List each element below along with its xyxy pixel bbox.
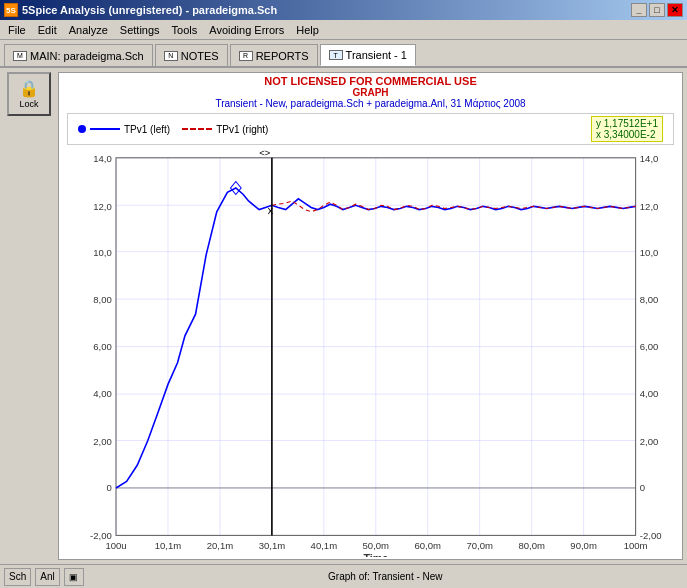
- tab-main-label: MAIN: paradeigma.Sch: [30, 50, 144, 62]
- tab-transient[interactable]: T Transient - 1: [320, 44, 416, 66]
- lock-button[interactable]: 🔒 Lock: [7, 72, 51, 116]
- readout-y: y 1,17512E+1: [596, 118, 658, 129]
- title-bar-buttons: _ □ ✕: [631, 3, 683, 17]
- minimize-button[interactable]: _: [631, 3, 647, 17]
- chart-title: GRAPH: [59, 87, 682, 98]
- svg-text:50,0m: 50,0m: [363, 540, 389, 551]
- menu-help[interactable]: Help: [290, 22, 325, 38]
- close-button[interactable]: ✕: [667, 3, 683, 17]
- legend: TPv1 (left) TPv1 (right) y 1,17512E+1 x …: [67, 113, 674, 145]
- svg-text:2,00: 2,00: [93, 436, 112, 447]
- svg-text:12,0: 12,0: [93, 201, 112, 212]
- svg-text:14,0: 14,0: [640, 153, 659, 164]
- svg-text:80,0m: 80,0m: [518, 540, 544, 551]
- legend-dot-left: [78, 125, 86, 133]
- legend-item-right: TPv1 (right): [182, 124, 268, 135]
- tab-reports-icon: R: [239, 51, 253, 61]
- svg-text:60,0m: 60,0m: [415, 540, 441, 551]
- menu-bar: File Edit Analyze Settings Tools Avoidin…: [0, 20, 687, 40]
- legend-label-left: TPv1 (left): [124, 124, 170, 135]
- tab-main-icon: M: [13, 51, 27, 61]
- svg-text:100m: 100m: [624, 540, 648, 551]
- left-panel: 🔒 Lock: [0, 68, 58, 564]
- tab-main[interactable]: M MAIN: paradeigma.Sch: [4, 44, 153, 66]
- tab-notes-label: NOTES: [181, 50, 219, 62]
- title-bar-text-group: 5S 5Spice Analysis (unregistered) - para…: [4, 3, 277, 17]
- svg-text:0: 0: [640, 482, 645, 493]
- svg-text:90,0m: 90,0m: [570, 540, 596, 551]
- toolbar: M MAIN: paradeigma.Sch N NOTES R REPORTS…: [0, 40, 687, 68]
- tab-transient-icon: T: [329, 50, 343, 60]
- svg-text:-2,00: -2,00: [640, 530, 662, 541]
- svg-text:10,1m: 10,1m: [155, 540, 181, 551]
- status-extra-symbol: ▣: [69, 572, 78, 582]
- svg-text:6,00: 6,00: [640, 341, 659, 352]
- chart-svg-container[interactable]: -2,00 0 2,00 4,00 6,00 8,00 10,0 12,0 14…: [63, 147, 678, 557]
- svg-text:40,1m: 40,1m: [311, 540, 337, 551]
- svg-text:-2,00: -2,00: [90, 530, 112, 541]
- menu-edit[interactable]: Edit: [32, 22, 63, 38]
- svg-text:10,0: 10,0: [640, 247, 659, 258]
- main-content: 🔒 Lock NOT LICENSED FOR COMMERCIAL USE G…: [0, 68, 687, 564]
- lock-label: Lock: [19, 99, 38, 109]
- readout-x: x 3,34000E-2: [596, 129, 658, 140]
- status-panel-anl[interactable]: Anl: [35, 568, 59, 586]
- title-bar-title: 5Spice Analysis (unregistered) - paradei…: [22, 4, 277, 16]
- svg-text:100u: 100u: [105, 540, 126, 551]
- app-icon: 5S: [4, 3, 18, 17]
- svg-text:30,1m: 30,1m: [259, 540, 285, 551]
- svg-text:6,00: 6,00: [93, 341, 112, 352]
- svg-text:8,00: 8,00: [93, 294, 112, 305]
- tab-reports[interactable]: R REPORTS: [230, 44, 318, 66]
- status-anl-label: Anl: [40, 571, 54, 582]
- status-bar: Sch Anl ▣ Graph of: Transient - New: [0, 564, 687, 588]
- legend-label-right: TPv1 (right): [216, 124, 268, 135]
- svg-text:Time: Time: [364, 552, 389, 557]
- tab-notes[interactable]: N NOTES: [155, 44, 228, 66]
- cursor-marker: x: [268, 204, 274, 216]
- svg-text:70,0m: 70,0m: [466, 540, 492, 551]
- chart-subtitle: Transient - New, paradeigma.Sch + parade…: [59, 98, 682, 109]
- menu-file[interactable]: File: [2, 22, 32, 38]
- svg-text:12,0: 12,0: [640, 201, 659, 212]
- lock-icon: 🔒: [19, 79, 39, 98]
- cursor-label: <>: [259, 147, 271, 158]
- svg-text:10,0: 10,0: [93, 247, 112, 258]
- svg-text:0: 0: [106, 482, 111, 493]
- svg-text:4,00: 4,00: [93, 388, 112, 399]
- menu-settings[interactable]: Settings: [114, 22, 166, 38]
- legend-item-left: TPv1 (left): [78, 124, 170, 135]
- license-text: NOT LICENSED FOR COMMERCIAL USE: [59, 75, 682, 87]
- tab-transient-label: Transient - 1: [346, 49, 407, 61]
- legend-line-right: [182, 128, 212, 130]
- chart-readout: y 1,17512E+1 x 3,34000E-2: [591, 116, 663, 142]
- svg-text:4,00: 4,00: [640, 388, 659, 399]
- chart-header: NOT LICENSED FOR COMMERCIAL USE GRAPH Tr…: [59, 73, 682, 111]
- status-sch-label: Sch: [9, 571, 26, 582]
- title-bar: 5S 5Spice Analysis (unregistered) - para…: [0, 0, 687, 20]
- legend-line-left: [90, 128, 120, 130]
- chart-container: NOT LICENSED FOR COMMERCIAL USE GRAPH Tr…: [58, 72, 683, 560]
- status-graph-text: Graph of: Transient - New: [88, 571, 683, 582]
- tab-notes-icon: N: [164, 51, 178, 61]
- status-extra-icon: ▣: [64, 568, 84, 586]
- menu-analyze[interactable]: Analyze: [63, 22, 114, 38]
- chart-svg[interactable]: -2,00 0 2,00 4,00 6,00 8,00 10,0 12,0 14…: [63, 147, 678, 557]
- svg-text:20,1m: 20,1m: [207, 540, 233, 551]
- status-panel-sch[interactable]: Sch: [4, 568, 31, 586]
- menu-avoiding-errors[interactable]: Avoiding Errors: [203, 22, 290, 38]
- svg-text:14,0: 14,0: [93, 153, 112, 164]
- menu-tools[interactable]: Tools: [166, 22, 204, 38]
- maximize-button[interactable]: □: [649, 3, 665, 17]
- svg-text:8,00: 8,00: [640, 294, 659, 305]
- svg-text:2,00: 2,00: [640, 436, 659, 447]
- tab-reports-label: REPORTS: [256, 50, 309, 62]
